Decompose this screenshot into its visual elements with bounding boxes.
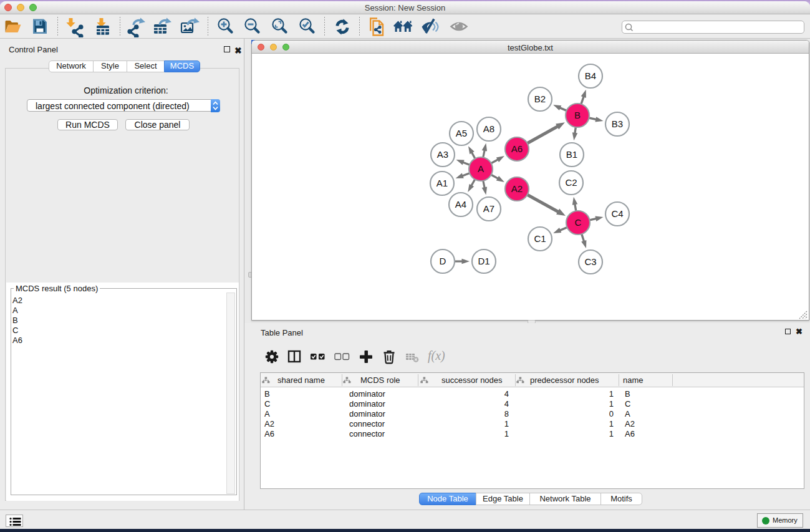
svg-text:B3: B3 [612,118,623,129]
svg-text:A8: A8 [483,123,494,134]
svg-text:A4: A4 [455,199,466,210]
svg-text:A5: A5 [456,128,467,138]
svg-text:B4: B4 [585,70,596,81]
svg-text:D: D [440,256,446,266]
svg-text:A3: A3 [437,149,448,160]
svg-text:B: B [574,110,581,120]
svg-text:C1: C1 [534,233,546,244]
svg-text:B1: B1 [566,149,577,160]
svg-text:B2: B2 [534,94,546,104]
svg-text:A: A [478,163,484,174]
svg-text:C3: C3 [584,256,596,267]
svg-text:C: C [575,217,582,228]
svg-text:C2: C2 [565,177,577,188]
svg-text:D1: D1 [478,256,489,266]
svg-text:A1: A1 [436,178,448,188]
svg-text:C4: C4 [611,208,623,219]
svg-text:A2: A2 [511,183,523,194]
svg-text:A7: A7 [483,203,494,214]
svg-text:A6: A6 [511,143,523,154]
